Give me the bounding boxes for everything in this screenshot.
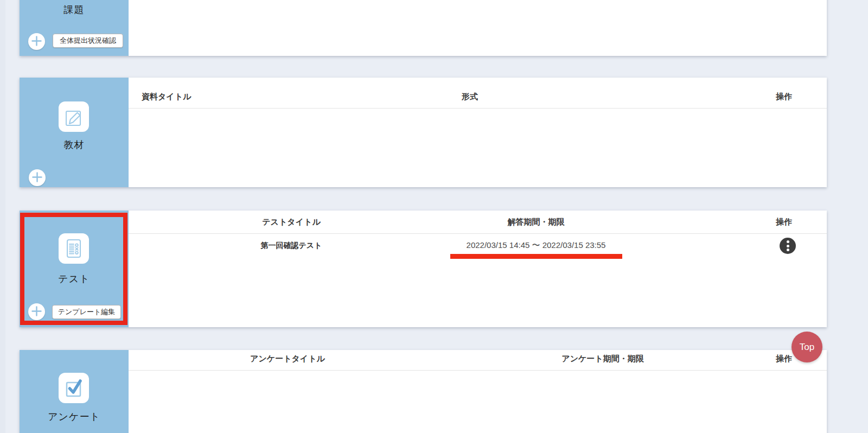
- section-kyozai: 教材 資料タイトル 形式 操作: [20, 78, 827, 187]
- test-table-area: テストタイトル 解答期間・期限 操作 第一回確認テスト 2022/03/15 1…: [129, 211, 827, 327]
- add-test-button[interactable]: [28, 303, 45, 320]
- tile-label-test: テスト: [20, 272, 129, 285]
- scroll-to-top-button[interactable]: Top: [792, 332, 822, 362]
- column-header-material-title: 資料タイトル: [142, 92, 191, 102]
- kyozai-table-area: 資料タイトル 形式 操作: [129, 78, 827, 187]
- sidebar-tile-kadai[interactable]: 課題 全体提出状況確認: [20, 0, 129, 56]
- kadai-table-area: [129, 0, 827, 56]
- sidebar-tile-anketo[interactable]: アンケート: [20, 350, 129, 433]
- template-edit-button[interactable]: テンプレート編集: [52, 305, 121, 319]
- edit-icon: [59, 101, 89, 132]
- column-header-format: 形式: [462, 92, 478, 102]
- checkbox-icon: [59, 373, 89, 403]
- anketo-table-area: アンケートタイトル アンケート期間・期限 操作: [129, 350, 827, 433]
- plus-icon: [28, 33, 45, 51]
- table-row[interactable]: 第一回確認テスト 2022/03/15 14:45 〜 2022/03/15 2…: [129, 234, 827, 257]
- column-header-operations: 操作: [776, 354, 792, 364]
- section-anketo: アンケート アンケートタイトル アンケート期間・期限 操作: [20, 350, 827, 433]
- column-header-survey-period: アンケート期間・期限: [561, 354, 643, 364]
- test-title-cell: 第一回確認テスト: [261, 241, 322, 251]
- sidebar-tile-kyozai[interactable]: 教材: [20, 78, 129, 187]
- add-kyozai-button[interactable]: [29, 169, 46, 186]
- test-table-header: テストタイトル 解答期間・期限 操作: [129, 211, 827, 234]
- top-button-label: Top: [800, 342, 814, 353]
- tile-label-kyozai: 教材: [20, 138, 129, 151]
- column-header-test-title: テストタイトル: [262, 217, 320, 227]
- plus-icon: [29, 169, 46, 187]
- column-header-operations: 操作: [776, 92, 792, 102]
- add-kadai-button[interactable]: [28, 33, 45, 50]
- column-header-answer-period: 解答期間・期限: [508, 217, 565, 227]
- column-header-survey-title: アンケートタイトル: [250, 354, 325, 364]
- tile-label-anketo: アンケート: [20, 410, 129, 423]
- anketo-table-header: アンケートタイトル アンケート期間・期限 操作: [129, 350, 827, 371]
- kyozai-table-header: 資料タイトル 形式 操作: [129, 78, 827, 109]
- overall-submission-status-button[interactable]: 全体提出状況確認: [53, 34, 123, 48]
- sidebar-tile-test[interactable]: テスト テンプレート編集: [20, 211, 129, 327]
- answer-period-cell: 2022/03/15 14:45 〜 2022/03/15 23:55: [467, 240, 606, 251]
- quiz-icon: [59, 233, 89, 264]
- plus-icon: [28, 303, 45, 321]
- tile-label-kadai: 課題: [20, 3, 129, 16]
- period-red-underline: [450, 254, 622, 259]
- row-actions-button[interactable]: [780, 238, 796, 254]
- column-header-operations: 操作: [776, 217, 792, 227]
- kebab-menu-icon: [787, 240, 789, 251]
- section-kadai: 課題 全体提出状況確認: [20, 0, 827, 56]
- page-left-edge: [0, 0, 5, 433]
- section-test: テスト テンプレート編集 テストタイトル 解答期間・期限 操作 第一回確認テスト…: [20, 211, 827, 327]
